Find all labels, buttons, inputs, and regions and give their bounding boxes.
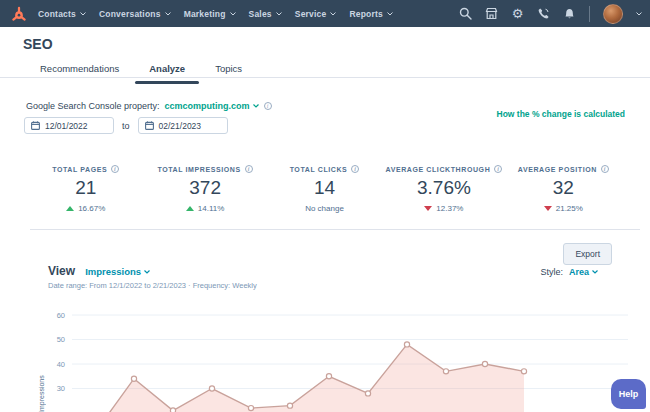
style-dropdown[interactable]: Area [569,267,598,277]
nav-utilities: ⚙ [459,4,642,24]
nav-item-label: Sales [249,9,272,19]
stat-value: 32 [504,177,623,199]
y-axis-label: Impressions [38,343,45,412]
chevron-down-icon [165,12,171,16]
svg-text:60: 60 [57,311,65,320]
start-date-value: 12/01/2022 [45,121,88,131]
chevron-down-icon [387,12,393,16]
svg-text:40: 40 [57,360,65,369]
svg-text:30: 30 [57,384,65,393]
nav-item-label: Conversations [99,9,161,19]
chart-plot-area: 60504030 [30,295,650,412]
end-date-input[interactable]: 02/21/2023 [138,117,228,134]
chevron-down-icon [592,270,598,274]
main-menu: Contacts Conversations Marketing Sales S… [38,9,393,19]
metric-value: Impressions [85,266,141,277]
nav-item-label: Marketing [184,9,226,19]
stat-label: TOTAL CLICKSi [265,165,384,173]
percent-change-info-link[interactable]: How the % change is calculated [497,109,625,119]
stat-value: 3.76% [384,177,503,199]
chevron-down-icon [80,12,86,16]
info-icon[interactable]: i [494,165,502,173]
stat-average-clickthrough: AVERAGE CLICKTHROUGHi 3.76% 12.37% [384,165,503,213]
search-console-property-row: Google Search Console property: ccmcompu… [26,101,272,111]
property-label: Google Search Console property: [26,101,160,111]
nav-item-reports[interactable]: Reports [349,9,393,19]
chevron-down-icon[interactable] [636,12,642,16]
calendar-icon [31,121,40,130]
info-icon[interactable]: i [245,165,253,173]
top-nav: Contacts Conversations Marketing Sales S… [0,0,650,27]
nav-item-sales[interactable]: Sales [249,9,282,19]
stat-average-position: AVERAGE POSITIONi 32 21.25% [504,165,623,213]
nav-item-label: Service [295,9,327,19]
tab-analyze[interactable]: Analyze [147,59,187,84]
stat-value: 14 [265,177,384,199]
style-controls: Style: Area [540,267,598,277]
property-dropdown[interactable]: ccmcomputing.com [165,101,259,111]
chevron-down-icon [276,12,282,16]
hubspot-logo-icon[interactable] [10,5,28,23]
nav-item-label: Contacts [38,9,76,19]
end-date-value: 02/21/2023 [159,121,202,131]
info-icon[interactable]: i [351,165,359,173]
style-value: Area [569,267,589,277]
start-date-input[interactable]: 12/01/2022 [24,117,114,134]
stat-label: AVERAGE CLICKTHROUGHi [384,165,503,173]
chevron-down-icon [330,12,336,16]
tab-bar-divider [0,77,650,78]
stat-total-pages: TOTAL PAGESi 21 16.67% [26,165,145,213]
info-icon[interactable]: i [264,102,272,110]
property-value: ccmcomputing.com [165,101,250,111]
nav-divider [589,6,590,22]
calendar-icon [145,121,154,130]
up-triangle-icon [186,206,194,211]
tab-bar: Recommendations Analyze Topics [38,59,244,84]
metric-dropdown[interactable]: Impressions [85,266,150,277]
chevron-down-icon [230,12,236,16]
stat-value: 21 [26,177,145,199]
impressions-area-chart: Impressions 60504030 [30,295,650,412]
date-range-picker: 12/01/2022 to 02/21/2023 [24,117,228,134]
stat-total-clicks: TOTAL CLICKSi 14 No change [265,165,384,213]
user-avatar[interactable] [603,4,623,24]
nav-item-contacts[interactable]: Contacts [38,9,86,19]
chevron-down-icon [144,270,150,274]
calls-phone-icon[interactable] [537,7,550,20]
nav-item-conversations[interactable]: Conversations [99,9,171,19]
chart-date-range-subtext: Date range: From 12/1/2022 to 2/21/2023 … [48,281,257,290]
view-controls: View Impressions [48,264,150,278]
settings-gear-icon[interactable]: ⚙ [511,7,524,20]
notifications-bell-icon[interactable] [563,7,576,20]
info-icon[interactable]: i [111,165,119,173]
view-title: View [48,264,75,278]
tab-topics[interactable]: Topics [213,59,244,84]
stat-change: 21.25% [504,204,623,213]
stat-change: 12.37% [384,204,503,213]
down-triangle-icon [544,206,552,211]
seo-analyze-page: Contacts Conversations Marketing Sales S… [0,0,650,412]
search-icon[interactable] [459,7,472,20]
tab-recommendations[interactable]: Recommendations [38,59,121,84]
help-button[interactable]: Help [611,379,646,409]
stat-change: No change [265,204,384,213]
nav-item-marketing[interactable]: Marketing [184,9,236,19]
marketplace-icon[interactable] [485,7,498,20]
info-icon[interactable]: i [601,165,609,173]
stat-change: 14.11% [145,204,264,213]
stat-change: 16.67% [26,204,145,213]
down-triangle-icon [424,206,432,211]
stat-label: TOTAL PAGESi [26,165,145,173]
stats-row: TOTAL PAGESi 21 16.67% TOTAL IMPRESSIONS… [26,165,623,213]
nav-item-label: Reports [349,9,383,19]
svg-text:50: 50 [57,335,65,344]
export-button[interactable]: Export [563,243,612,265]
nav-item-service[interactable]: Service [295,9,337,19]
stat-total-impressions: TOTAL IMPRESSIONSi 372 14.11% [145,165,264,213]
stat-label: AVERAGE POSITIONi [504,165,623,173]
stat-value: 372 [145,177,264,199]
up-triangle-icon [66,206,74,211]
section-divider [30,229,640,230]
page-title: SEO [23,36,53,52]
date-separator: to [122,121,130,131]
